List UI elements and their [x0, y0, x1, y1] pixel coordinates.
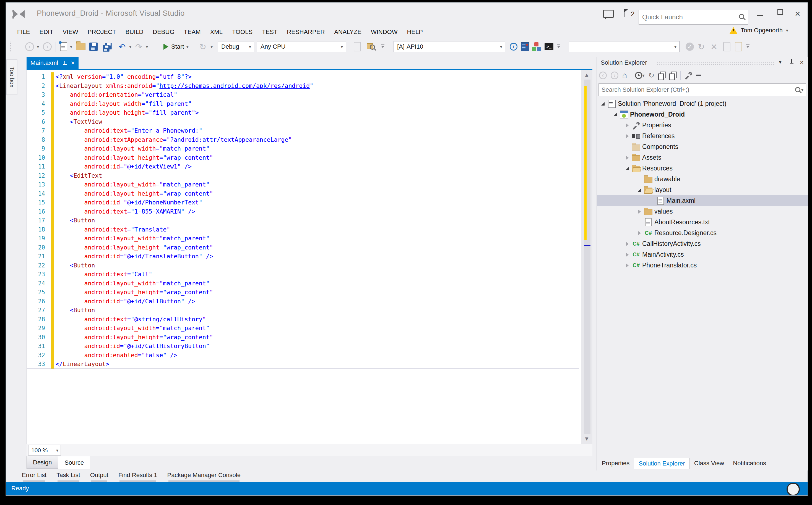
- code-line[interactable]: 7 android:text="Enter a Phoneword:": [27, 126, 579, 135]
- code-line[interactable]: 31 android:id="@+id/CallHistoryButton": [27, 342, 579, 351]
- scrollbar-track[interactable]: [584, 79, 590, 434]
- panel-close-icon[interactable]: ×: [800, 58, 804, 66]
- se-show-all-files-button[interactable]: [669, 71, 677, 79]
- tree-item-phoneword-droid[interactable]: Phoneword_Droid: [597, 109, 808, 120]
- se-tab-solution-explorer[interactable]: Solution Explorer: [634, 458, 690, 469]
- code-editor[interactable]: 1<?xml version="1.0" encoding="utf-8"?>2…: [26, 70, 592, 444]
- sdk-manager-button[interactable]: [532, 41, 541, 52]
- code-line[interactable]: 10 android:layout_height="wrap_content": [27, 153, 579, 162]
- code-line[interactable]: 14 android:layout_height="wrap_content": [27, 189, 579, 198]
- expander-icon[interactable]: [612, 113, 618, 116]
- toolbar-overflow-3[interactable]: [746, 41, 750, 52]
- expander-icon[interactable]: [636, 231, 643, 235]
- code-line[interactable]: 4 android:layout_width="fill_parent": [27, 100, 579, 109]
- save-button[interactable]: [89, 41, 98, 52]
- se-tab-notifications[interactable]: Notifications: [728, 458, 771, 469]
- se-properties-button[interactable]: [685, 71, 692, 79]
- minimize-button[interactable]: [752, 7, 768, 20]
- expander-icon[interactable]: [636, 210, 643, 213]
- tree-item-components[interactable]: Components: [597, 141, 808, 152]
- undo-button[interactable]: ↶: [119, 41, 126, 52]
- disabled-device-button[interactable]: [723, 41, 730, 52]
- menu-debug[interactable]: DEBUG: [148, 26, 179, 38]
- search-icon[interactable]: [738, 13, 745, 20]
- redo-button[interactable]: ↷: [135, 41, 142, 52]
- tree-item-solution-phoneword-droid-1-project-[interactable]: Solution 'Phoneword_Droid' (1 project): [597, 98, 808, 109]
- device-target-combo[interactable]: [A]-API10▾: [393, 41, 505, 52]
- toolbar-grip[interactable]: [10, 41, 11, 52]
- notifications-flag-icon[interactable]: [623, 9, 628, 17]
- bottom-tab-find-results-1[interactable]: Find Results 1: [118, 472, 157, 480]
- code-line[interactable]: 29 android:layout_width="match_parent": [27, 324, 579, 333]
- refresh-button[interactable]: ↻: [199, 41, 206, 52]
- document-tab-main-axml[interactable]: Main.axml ×: [26, 57, 79, 69]
- pin-icon[interactable]: [790, 58, 794, 65]
- start-debug-button[interactable]: Start ▾: [163, 41, 189, 52]
- code-line[interactable]: 20 android:layout_height="wrap_content": [27, 243, 579, 252]
- device-log-button[interactable]: [521, 41, 529, 52]
- chevron-down-icon[interactable]: ▾: [801, 87, 806, 93]
- expander-icon[interactable]: [624, 253, 630, 257]
- code-line[interactable]: 30 android:layout_height="wrap_content": [27, 333, 579, 342]
- menu-help[interactable]: HELP: [402, 26, 427, 38]
- pin-icon[interactable]: [63, 60, 67, 65]
- tree-item-resources[interactable]: Resources: [597, 163, 808, 174]
- tree-item-references[interactable]: References: [597, 131, 808, 141]
- toolbar-overflow-2[interactable]: [557, 41, 561, 52]
- menu-tools[interactable]: TOOLS: [227, 26, 257, 38]
- tree-item-resource-designer-cs[interactable]: C#Resource.Designer.cs: [597, 228, 808, 238]
- search-icon[interactable]: [795, 87, 801, 93]
- se-tab-class-view[interactable]: Class View: [690, 458, 728, 469]
- title-bar[interactable]: Phoneword_Droid - Microsoft Visual Studi…: [6, 2, 808, 26]
- refresh-dropdown[interactable]: ▾: [211, 41, 213, 52]
- expander-icon[interactable]: [624, 264, 630, 268]
- code-line[interactable]: 6 <TextView: [27, 118, 579, 127]
- se-home-button[interactable]: ⌂: [622, 71, 627, 79]
- scroll-up-icon[interactable]: ▲: [581, 72, 592, 78]
- new-item-button[interactable]: [60, 41, 67, 52]
- code-line[interactable]: 25 android:layout_height="wrap_content": [27, 288, 579, 297]
- user-account-area[interactable]: ! Tom Opgenorth ▾: [729, 27, 788, 34]
- expander-icon[interactable]: [624, 156, 630, 160]
- code-line[interactable]: 24 android:layout_width="match_parent": [27, 279, 579, 288]
- tab-source[interactable]: Source: [58, 456, 90, 469]
- feedback-icon[interactable]: [603, 10, 614, 18]
- menu-resharper[interactable]: RESHARPER: [282, 26, 329, 38]
- solution-configuration-combo[interactable]: Debug▾: [218, 41, 254, 52]
- code-line[interactable]: 21 android:id="@+id/TranslateButton" />: [27, 252, 579, 261]
- se-pending-changes-button[interactable]: ▾: [635, 72, 645, 79]
- new-item-dropdown[interactable]: ▾: [70, 41, 73, 52]
- bottom-tab-task-list[interactable]: Task List: [56, 472, 80, 480]
- menu-test[interactable]: TEST: [257, 26, 282, 38]
- disabled-list-button[interactable]: ✕: [710, 41, 717, 52]
- navigate-forward-button[interactable]: ›: [43, 41, 52, 52]
- menu-file[interactable]: FILE: [12, 26, 34, 38]
- code-line[interactable]: 9 android:layout_width="match_parent": [27, 144, 579, 153]
- tree-item-drawable[interactable]: drawable: [597, 174, 808, 185]
- tree-item-assets[interactable]: Assets: [597, 152, 808, 163]
- back-dropdown[interactable]: ▾: [37, 41, 39, 52]
- code-line[interactable]: 17 <Button: [27, 216, 579, 225]
- find-in-files-button[interactable]: [367, 41, 376, 52]
- code-line[interactable]: 26 android:id="@+id/CallButton" />: [27, 297, 579, 306]
- menu-analyze[interactable]: ANALYZE: [329, 26, 366, 38]
- disabled-check-button[interactable]: ✓: [686, 41, 694, 52]
- feedback-circle-icon[interactable]: [787, 483, 800, 496]
- code-line[interactable]: 32 android:enabled="false" />: [27, 351, 579, 360]
- menu-edit[interactable]: EDIT: [34, 26, 58, 38]
- start-dropdown-icon[interactable]: ▾: [186, 44, 189, 50]
- toolbox-tab[interactable]: Toolbox: [6, 59, 17, 95]
- code-line[interactable]: 11 android:id="@+id/textView1" />: [27, 162, 579, 171]
- disabled-sync-button[interactable]: ↻: [698, 41, 705, 52]
- quick-launch-box[interactable]: [639, 10, 748, 25]
- se-tab-properties[interactable]: Properties: [597, 458, 634, 469]
- code-line[interactable]: 12 <EditText: [27, 171, 579, 180]
- menu-view[interactable]: VIEW: [58, 26, 83, 38]
- tree-item-values[interactable]: values: [597, 206, 808, 217]
- code-line[interactable]: 18 android:text="Translate": [27, 225, 579, 234]
- expander-icon[interactable]: [624, 242, 630, 246]
- redo-dropdown[interactable]: ▾: [146, 41, 148, 52]
- right-toolbar-combo[interactable]: ▾: [569, 41, 680, 52]
- menu-window[interactable]: WINDOW: [366, 26, 402, 38]
- se-back-button[interactable]: ‹: [599, 71, 607, 79]
